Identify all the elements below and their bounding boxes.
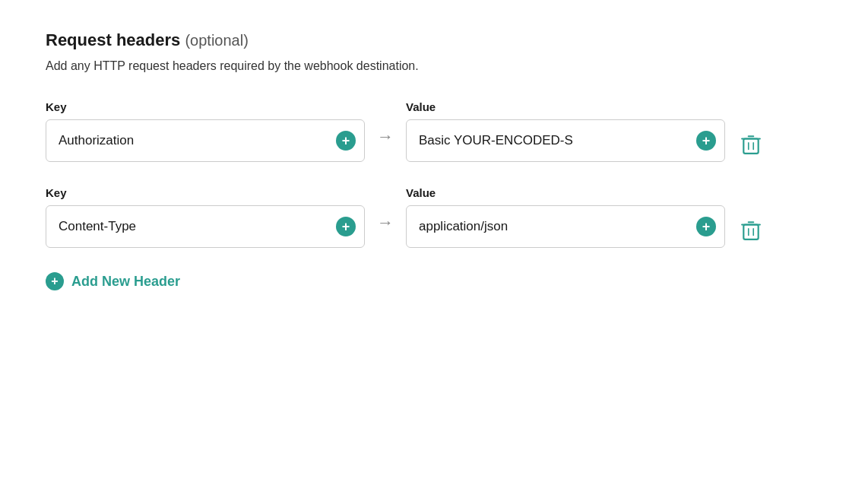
add-new-header-label: Add New Header <box>71 274 180 290</box>
key-field-group-1: Key + <box>46 100 365 162</box>
section-title: Request headers (optional) <box>46 30 822 50</box>
arrow-icon-2: → <box>377 213 394 245</box>
value-input-wrapper-2: + <box>406 205 725 248</box>
value-input-2[interactable] <box>406 205 725 248</box>
value-field-group-2: Value + <box>406 186 725 248</box>
section-description: Add any HTTP request headers required by… <box>46 59 822 73</box>
key-label-1: Key <box>46 100 365 113</box>
header-row-2: Key + → Value + <box>46 186 822 248</box>
key-input-2[interactable] <box>46 205 365 248</box>
delete-button-2[interactable] <box>737 220 765 248</box>
key-input-wrapper-1: + <box>46 119 365 162</box>
value-input-1[interactable] <box>406 119 725 162</box>
key-input-wrapper-2: + <box>46 205 365 248</box>
value-plus-button-2[interactable]: + <box>696 217 716 236</box>
optional-label: (optional) <box>185 32 248 49</box>
key-plus-button-1[interactable]: + <box>336 131 356 151</box>
value-plus-button-1[interactable]: + <box>696 131 716 151</box>
add-new-header-button[interactable]: + Add New Header <box>46 272 822 290</box>
key-field-group-2: Key + <box>46 186 365 248</box>
svg-rect-5 <box>743 224 758 239</box>
arrow-icon-1: → <box>377 127 394 159</box>
add-new-plus-icon: + <box>46 272 64 290</box>
value-label-2: Value <box>406 186 725 199</box>
svg-rect-0 <box>743 138 758 153</box>
request-headers-section: Request headers (optional) Add any HTTP … <box>46 30 822 290</box>
trash-icon-1 <box>741 134 761 155</box>
key-plus-button-2[interactable]: + <box>336 217 356 236</box>
key-input-1[interactable] <box>46 119 365 162</box>
trash-icon-2 <box>741 220 761 241</box>
value-label-1: Value <box>406 100 725 113</box>
header-row-1: Key + → Value + <box>46 100 822 162</box>
value-field-group-1: Value + <box>406 100 725 162</box>
delete-button-1[interactable] <box>737 135 765 162</box>
value-input-wrapper-1: + <box>406 119 725 162</box>
key-label-2: Key <box>46 186 365 199</box>
